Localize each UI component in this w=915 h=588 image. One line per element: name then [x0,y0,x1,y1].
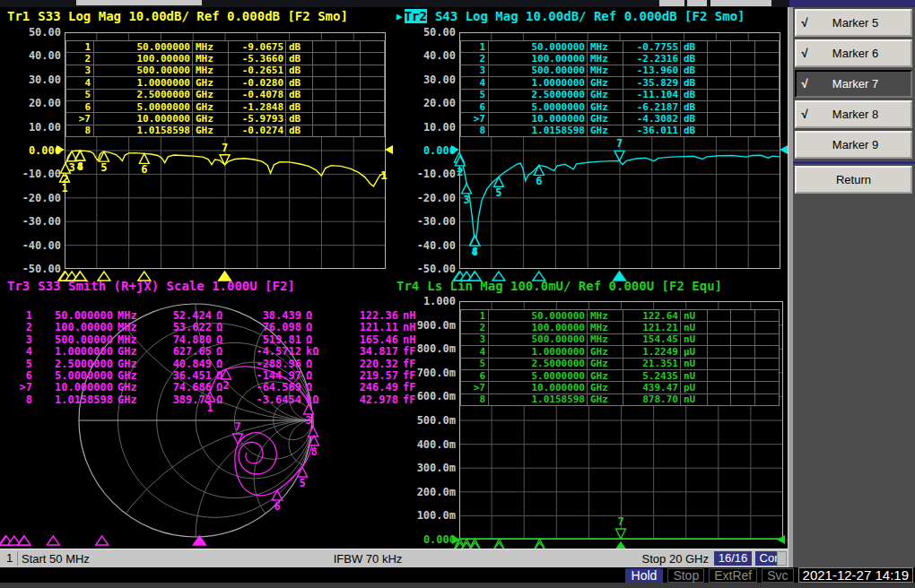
softkey-marker-5[interactable]: √Marker 5 [795,9,912,37]
marker-cell: GHz [192,113,228,124]
marker-cell: -5.3660 [228,53,285,64]
marker-cell: 34.817 [330,345,398,358]
marker-cell: 38.439 [231,309,301,322]
marker-7-label: 7 [234,420,240,433]
marker-cell: 4 [66,77,93,88]
y-tick-label: 0.000 [18,144,61,157]
y-tick-label: 40.00 [413,49,456,62]
marker-cell: 878.70 [623,394,680,405]
marker-cell: Ω [301,321,330,333]
softkey-label: Marker 6 [813,47,898,60]
marker-cell [336,90,360,100]
y-tick-label: 50.00 [413,26,456,39]
marker-cell: MHz [587,322,623,333]
display-area: Tr1S33 Log Mag 10.00dB/ Ref 0.000dB [F2 … [0,7,788,549]
softkey-marker-9[interactable]: Marker 9 [795,131,912,159]
marker-cell: GHz [587,359,623,369]
marker-cell: 1.0158598 [488,394,587,405]
marker-cell: 52.424 [145,309,212,322]
trace3-label: Tr3 [7,279,30,293]
marker-cell: 3 [461,65,488,76]
y-tick-label: -50.00 [413,263,456,275]
softkey-label: Return [809,173,898,186]
stop-indicator[interactable]: Stop [667,568,704,583]
y-tick-label: -30.00 [413,215,456,228]
marker-cell: 1.0000000 [32,345,113,358]
marker-cell: nU [680,334,707,345]
softkey-return[interactable]: Return [795,166,912,194]
marker-cell [754,359,777,369]
marker-6-glyph [139,153,149,163]
softkey-marker-8[interactable]: √Marker 8 [795,100,912,128]
marker-cell: 500.00000 [488,334,587,345]
marker-cell: 121.11 [330,321,398,333]
marker-cell: GHz [192,101,228,112]
marker-cell: dB [285,113,312,124]
trace1-header[interactable]: Tr1S33 Log Mag 10.00dB/ Ref 0.000dB [F2 … [7,9,348,23]
marker-cell: dB [680,113,707,124]
marker-cell: -5.9793 [228,113,285,124]
marker-cell: nH [398,309,425,322]
check-icon: √ [797,108,813,121]
marker-2-label: 2 [62,173,68,186]
y-tick-label: 200.0m [413,486,456,498]
marker-cell [360,125,382,136]
marker-cell: 50.000000 [32,309,113,322]
extref-indicator[interactable]: ExtRef [709,568,757,583]
marker-cell: 4 [461,346,488,357]
marker-cell: 1 [5,309,32,322]
y-tick-label: 100.0m [413,509,456,522]
softkey-label: Marker 8 [813,108,898,121]
trace2-header[interactable]: ▶Tr2S43 Log Mag 10.00dB/ Ref 0.000dB [F2… [396,9,745,23]
marker-cell: GHz [113,393,145,406]
marker-cell: nH [398,321,425,333]
marker-cell [754,394,777,405]
marker-cell [730,334,754,345]
marker-cell [707,125,730,136]
marker-cell: 10.000000 [32,381,113,393]
y-tick-label: -40.00 [413,239,456,252]
marker-cell: MHz [587,41,623,52]
marker-cell: kΩ [301,393,330,406]
marker-cell [730,382,754,393]
marker-7-label: 7 [617,515,623,528]
marker-cell: 500.00000 [32,333,113,346]
points-badge: 16/16 [714,551,752,566]
marker-8-label: 8 [77,160,83,173]
marker-cell: fF [398,369,425,382]
marker-cell: 1.2249 [623,346,680,357]
y-tick-label: 30.00 [18,74,61,86]
marker-cell: 5 [66,90,93,100]
marker-2-label: 2 [457,166,463,178]
status-square [777,551,787,566]
softkey-marker-6[interactable]: √Marker 6 [795,39,912,67]
marker-cell [730,101,754,112]
marker-cell: 1 [461,41,488,52]
marker-5-label: 5 [299,477,305,489]
marker-cell [754,101,777,112]
marker-cell: fF [398,393,425,406]
marker-cell [730,77,754,88]
softkey-label: Marker 5 [813,16,898,30]
hold-indicator[interactable]: Hold [625,568,664,583]
marker-3-label: 3 [463,194,469,206]
marker-cell: Ω [301,369,330,382]
marker-cell: 21.351 [623,359,680,369]
marker-cell [730,53,754,64]
marker-cell: GHz [587,370,623,381]
marker-cell: GHz [113,358,145,370]
marker-cell [707,359,730,369]
marker-cell: 10.000000 [488,382,587,393]
marker-cell [336,77,360,88]
marker-cell [730,359,754,369]
softkey-marker-7[interactable]: √Marker 7 [795,70,912,98]
svc-indicator[interactable]: Svc [762,568,793,583]
marker-cell: Ω [212,381,231,393]
marker-cell: pU [680,382,707,393]
marker-cell [312,77,336,88]
marker-cell: nH [398,333,425,346]
softkey-separator [793,161,915,164]
marker-cell: >7 [66,113,93,124]
marker-cell: GHz [113,369,145,382]
marker-cell [312,125,336,136]
